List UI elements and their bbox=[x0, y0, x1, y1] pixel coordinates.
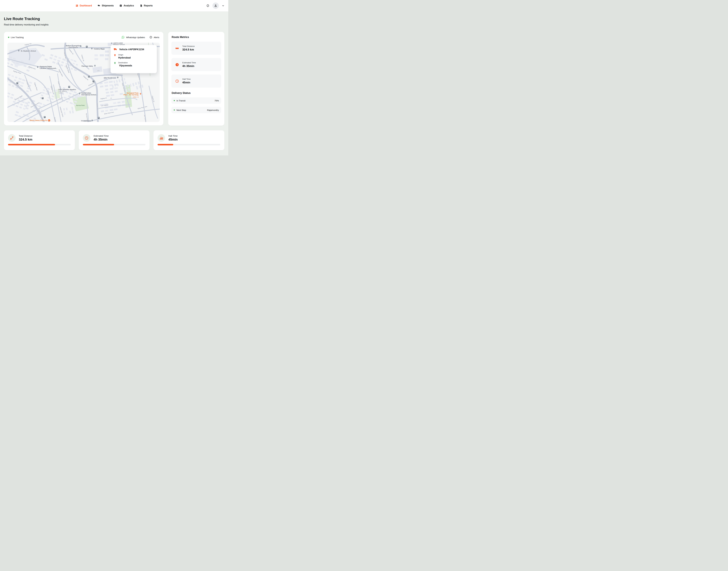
map-label: Flamingo Valley bbox=[82, 65, 93, 67]
map-label: Siglap Vw bbox=[24, 43, 31, 46]
route-icon bbox=[10, 136, 14, 140]
summary-label: Halt Time bbox=[168, 135, 178, 137]
whatsapp-updates-button[interactable]: WhatsApp Updates bbox=[121, 36, 145, 39]
summary-label: Estimated Time bbox=[94, 135, 109, 137]
tracking-card-header: Live Tracking WhatsApp Updates Alerts bbox=[4, 32, 163, 43]
status-row: In Transit 75% bbox=[171, 97, 221, 104]
summary-value: 45min bbox=[168, 138, 178, 141]
map-pin-icon bbox=[91, 119, 93, 122]
header-actions: WhatsApp Updates Alerts bbox=[121, 36, 159, 39]
summary-card: Halt Time 45min bbox=[154, 130, 224, 150]
status-value: 75% bbox=[214, 99, 219, 102]
bell-icon[interactable] bbox=[206, 4, 209, 7]
map-label: Jedburgh Gdns bbox=[60, 106, 64, 117]
metric-value: 4h 35min bbox=[182, 65, 196, 68]
reports-icon bbox=[140, 4, 143, 7]
summary-value: 4h 35min bbox=[94, 138, 109, 141]
nav-item-reports[interactable]: Reports bbox=[140, 4, 153, 7]
alerts-button[interactable]: Alerts bbox=[150, 36, 159, 39]
ruler-icon bbox=[175, 46, 179, 50]
map-pin-icon bbox=[140, 93, 142, 96]
summary-icon-circle bbox=[158, 134, 165, 142]
metric-tile: Total Distance 324.5 km bbox=[171, 41, 221, 55]
vehicle-id: Vehicle #AP39FK1234 bbox=[119, 48, 144, 51]
bus-stop-icon bbox=[88, 76, 90, 78]
delivery-status-title: Delivery Status bbox=[172, 92, 221, 95]
bus-stop-icon bbox=[92, 80, 94, 82]
truck-icon bbox=[114, 47, 117, 51]
map-label: Elite Residences bbox=[104, 77, 116, 79]
summary-value: 324.5 km bbox=[19, 138, 32, 141]
map-label: Little Splashes Aquatics bbox=[59, 91, 67, 94]
origin-value: Hyderabad bbox=[118, 56, 130, 59]
clock-outline-icon bbox=[85, 136, 89, 140]
map-label: Siglap Bank bbox=[66, 65, 70, 73]
nav-item-label: Reports bbox=[144, 4, 153, 7]
map-label: Jln Tua Kong bbox=[144, 115, 147, 122]
live-tracking-status: Live Tracking bbox=[8, 36, 24, 38]
vehicle-row: Vehicle #AP39FK1234 bbox=[114, 47, 154, 51]
nav-items: Dashboard Shipments Analytics Reports bbox=[76, 0, 153, 11]
summary-card: Total Distance 324.5 km bbox=[4, 130, 75, 150]
route-map[interactable]: Siglap VwSiglap RdFidelio StFidelio StSi… bbox=[7, 43, 160, 122]
metric-value: 45min bbox=[182, 81, 191, 84]
metric-label: Total Distance bbox=[182, 45, 195, 47]
map-label: Cookery Magic bbox=[94, 48, 105, 50]
map-label: 20 bbox=[110, 98, 112, 99]
nav-item-label: Shipments bbox=[102, 4, 114, 7]
status-dot bbox=[174, 100, 175, 101]
status-value: Rajamundry bbox=[207, 109, 219, 111]
map-label: Cheviot Hl bbox=[56, 97, 63, 102]
map-label: Roseburn Ave bbox=[30, 102, 39, 108]
clock-outline-icon bbox=[175, 79, 179, 83]
metric-tile: Halt Time 45min bbox=[171, 75, 221, 88]
map-label: Bowmont Gdns bbox=[54, 117, 59, 122]
progress-bar bbox=[8, 144, 71, 145]
alerts-label: Alerts bbox=[154, 36, 159, 38]
live-tracking-label: Live Tracking bbox=[11, 36, 24, 38]
person-icon bbox=[214, 4, 217, 7]
page-subtitle: Real-time delivery monitoring and insigh… bbox=[4, 23, 49, 26]
truck-icon bbox=[98, 4, 100, 7]
map-label: Frankel Ave bbox=[11, 81, 19, 86]
map-label: Elite Terrace bbox=[122, 83, 126, 92]
summary-cards: Total Distance 324.5 km Estimated Time 4… bbox=[4, 130, 224, 150]
top-navigation: Dashboard Shipments Analytics Reports bbox=[0, 0, 228, 11]
map-pin-icon bbox=[117, 77, 119, 79]
whatsapp-updates-label: WhatsApp Updates bbox=[126, 36, 145, 38]
live-route-tracking-page: Dashboard Shipments Analytics Reports Li… bbox=[0, 0, 228, 155]
metric-label: Halt Time bbox=[182, 78, 191, 80]
origin-row: Origin Hyderabad bbox=[114, 54, 154, 59]
map-label: Siglap Rise bbox=[58, 69, 63, 77]
nav-item-analytics[interactable]: Analytics bbox=[119, 4, 134, 7]
status-label: Next Stop bbox=[176, 109, 186, 111]
map-label: Dutch Colony Coffee Co bbox=[30, 119, 47, 121]
chevron-down-icon[interactable] bbox=[222, 4, 224, 7]
vehicle-info-overlay: Vehicle #AP39FK1234 Origin Hyderabad Des… bbox=[110, 45, 157, 73]
bar-chart-icon bbox=[160, 136, 163, 140]
status-label: In Transit bbox=[176, 99, 185, 102]
nav-item-shipments[interactable]: Shipments bbox=[98, 4, 114, 7]
map-label: TYVMDRINKS - bbox=[81, 120, 92, 122]
map-label: Siglap Plain bbox=[34, 82, 38, 91]
summary-label: Total Distance bbox=[19, 135, 32, 137]
map-label: 470 bbox=[97, 70, 99, 72]
map-label: Cheviot Hl bbox=[88, 82, 95, 87]
map-pin-icon bbox=[94, 65, 96, 68]
nav-item-dashboard[interactable]: Dashboard bbox=[76, 4, 92, 7]
map-label: St. Stephen's School bbox=[21, 50, 36, 52]
live-tracking-card: Live Tracking WhatsApp Updates Alerts bbox=[4, 32, 163, 125]
map-label: Fidelio St bbox=[81, 54, 85, 62]
progress-fill bbox=[158, 144, 173, 145]
map-label: Little Splashes Aquatics bbox=[59, 89, 76, 90]
summary-icon-circle bbox=[83, 134, 90, 142]
route-metrics-panel: Route Metrics Total Distance 324.5 km Es… bbox=[168, 32, 224, 126]
bus-stop-icon bbox=[86, 46, 88, 48]
map-label: Indian • $ bbox=[133, 96, 139, 98]
progress-bar bbox=[83, 144, 146, 145]
origin-label: Origin bbox=[118, 54, 130, 56]
map-label: Siglap Dr bbox=[83, 75, 89, 81]
avatar[interactable] bbox=[212, 2, 219, 9]
destination-row: Destination Vijayawada bbox=[114, 62, 154, 67]
map-pin-icon bbox=[18, 49, 20, 52]
